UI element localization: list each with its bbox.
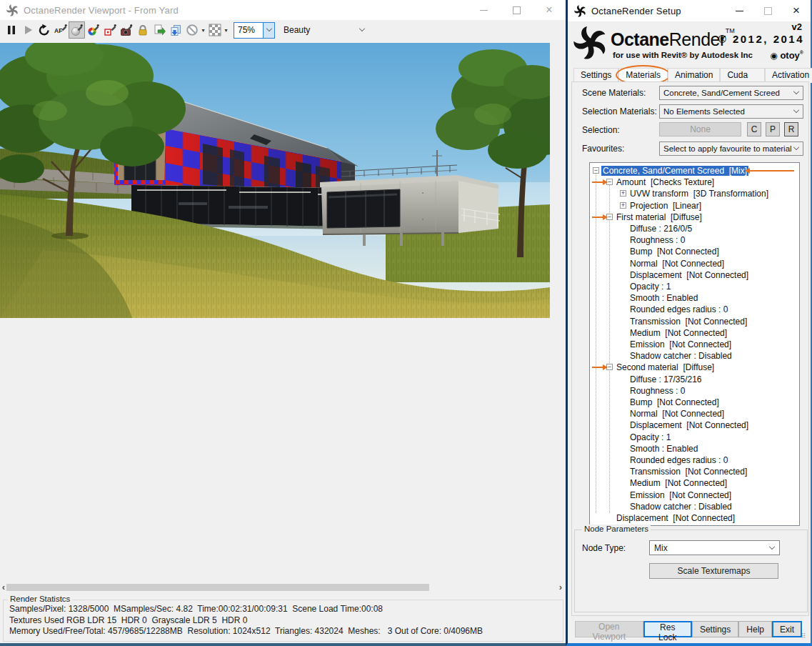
resize-grip-icon[interactable]: ⠿ <box>801 635 808 642</box>
tree-item[interactable]: Displacement [Not Connected] <box>590 269 799 281</box>
minimize-icon[interactable] <box>467 0 500 20</box>
close-icon[interactable]: × <box>782 1 811 21</box>
close-icon[interactable]: × <box>533 0 566 20</box>
desktop: OctaneRender Viewport - From Yard × AF <box>0 0 812 646</box>
tree-item[interactable]: Normal [Not Connected] <box>590 258 799 269</box>
tree-item[interactable]: Diffuse : 17/35/216 <box>590 374 799 385</box>
zoom-select[interactable]: 75% <box>234 22 275 39</box>
render-preview[interactable] <box>0 43 550 318</box>
tree-item[interactable]: Emission [Not Connected] <box>590 490 799 501</box>
tree-item-label: Emission [Not Connected] <box>628 490 733 500</box>
tree-item[interactable]: Emission [Not Connected] <box>590 339 799 350</box>
viewport-titlebar: OctaneRender Viewport - From Yard × <box>0 0 566 20</box>
tree-item[interactable]: Rounded edges radius : 0 <box>590 304 799 315</box>
render-pass-select[interactable]: Beauty <box>281 23 365 38</box>
chevron-down-icon <box>793 107 799 113</box>
render-pass-value: Beauty <box>281 25 359 35</box>
material-node-tree[interactable]: −Concrete, Sand/Cement Screed [Mix]−Amou… <box>589 162 800 526</box>
tree-item[interactable]: Medium [Not Connected] <box>590 477 799 489</box>
tree-item-label: Projection [Linear] <box>628 201 703 211</box>
focus-picker-icon[interactable]: AF <box>52 21 69 39</box>
scale-texturemaps-button[interactable]: Scale Texturemaps <box>649 563 778 579</box>
tree-item[interactable]: Roughness : 0 <box>590 234 799 246</box>
scene-materials-label: Scene Materials: <box>582 88 646 98</box>
tree-item[interactable]: +Projection [Linear] <box>590 200 799 212</box>
tree-item[interactable]: Displacement [Not Connected] <box>590 419 799 431</box>
selection-materials-select[interactable]: No Elements Selected <box>659 104 803 119</box>
pause-icon[interactable] <box>3 21 19 39</box>
scroll-right-icon[interactable]: › <box>557 584 564 591</box>
expand-icon[interactable]: + <box>620 190 626 197</box>
zoom-value[interactable]: 75% <box>234 25 263 35</box>
tree-item[interactable]: Transmission [Not Connected] <box>590 466 799 477</box>
tab-animation[interactable]: Animation <box>668 68 720 83</box>
annotation-arrow-icon <box>592 182 603 183</box>
tree-item[interactable]: Medium [Not Connected] <box>590 327 799 339</box>
color-picker-icon[interactable] <box>85 21 101 39</box>
favourites-label: Favourites: <box>582 144 624 154</box>
tree-item[interactable]: Smooth : Enabled <box>590 443 799 454</box>
tree-item[interactable]: Roughness : 0 <box>590 385 799 397</box>
maximize-icon[interactable] <box>753 1 782 21</box>
background-checker-icon[interactable] <box>206 21 223 39</box>
open-viewport-button[interactable]: Open Viewport <box>575 621 643 637</box>
zoom-dropdown-icon[interactable] <box>263 23 274 38</box>
tree-item[interactable]: −Amount [Checks Texture] <box>590 177 799 188</box>
copy-image-icon[interactable] <box>167 21 184 39</box>
node-type-select[interactable]: Mix <box>649 540 780 555</box>
tree-item-label: Shadow catcher : Disabled <box>628 502 733 512</box>
camera-picker-icon[interactable] <box>118 21 134 39</box>
tree-item[interactable]: Rounded edges radius : 0 <box>590 454 799 466</box>
settings-button[interactable]: Settings <box>692 621 738 637</box>
lock-icon[interactable] <box>134 21 151 39</box>
clay-mode-icon[interactable] <box>184 21 200 39</box>
tree-item[interactable]: −Second material [Diffuse] <box>590 362 799 373</box>
expand-icon[interactable]: + <box>620 202 626 209</box>
tree-item[interactable]: Opacity : 1 <box>590 432 799 443</box>
setup-window-title: OctaneRender Setup <box>591 6 681 16</box>
help-button[interactable]: Help <box>738 621 772 637</box>
maximize-icon[interactable] <box>500 0 533 20</box>
tree-item-label: Medium [Not Connected] <box>628 328 728 338</box>
scene-materials-select[interactable]: Concrete, Sand/Cement Screed <box>659 86 803 100</box>
selection-p-button[interactable]: P <box>766 122 780 136</box>
restart-icon[interactable] <box>36 21 52 39</box>
tree-item[interactable]: Smooth : Enabled <box>590 292 799 304</box>
tree-item[interactable]: Displacement [Not Connected] <box>590 512 799 524</box>
exit-button[interactable]: Exit <box>772 621 802 637</box>
stats-line-samples: Samples/Pixel: 1328/5000 MSamples/Sec: 4… <box>4 604 563 615</box>
tree-item[interactable]: Opacity : 1 <box>590 281 799 292</box>
tab-cuda-devices[interactable]: Cuda Devices <box>720 68 765 83</box>
tree-item[interactable]: Transmission [Not Connected] <box>590 316 799 327</box>
tree-item-label: Displacement [Not Connected] <box>628 270 750 280</box>
scrollbar-thumb[interactable] <box>6 584 429 591</box>
material-picker-icon[interactable] <box>69 21 85 39</box>
tree-item[interactable]: Shadow catcher : Disabled <box>590 350 799 362</box>
tab-settings[interactable]: Settings <box>573 68 618 83</box>
selection-c-button[interactable]: C <box>747 122 761 136</box>
object-picker-icon[interactable] <box>101 21 118 39</box>
res-lock-button[interactable]: Res Lock <box>643 621 692 637</box>
tree-item[interactable]: Shadow catcher : Disabled <box>590 501 799 512</box>
minimize-icon[interactable] <box>725 1 753 21</box>
brand-subtitle: for use with Revit® by Autodesk Inc <box>613 51 753 59</box>
tree-item[interactable]: Bump [Not Connected] <box>590 246 799 257</box>
tree-item[interactable]: +UVW transform [3D Transformation] <box>590 188 799 199</box>
clay-mode-dropdown-icon[interactable]: ▾ <box>200 27 206 34</box>
selection-r-button[interactable]: R <box>784 122 798 136</box>
tab-activation[interactable]: Activation <box>765 68 812 83</box>
tree-item[interactable]: Bump [Not Connected] <box>590 397 799 408</box>
tree-item[interactable]: Normal [Not Connected] <box>590 408 799 419</box>
tree-item-label: Bump [Not Connected] <box>628 397 721 407</box>
background-dropdown-icon[interactable]: ▾ <box>223 27 229 34</box>
play-icon[interactable] <box>19 21 36 39</box>
save-image-icon[interactable] <box>151 21 167 39</box>
tree-item[interactable]: −First material [Diffuse] <box>590 212 799 223</box>
collapse-icon[interactable]: − <box>593 167 599 174</box>
annotation-arrow-icon <box>592 367 603 368</box>
tab-materials[interactable]: Materials <box>618 68 668 83</box>
tree-item[interactable]: Diffuse : 216/0/5 <box>590 223 799 234</box>
selection-none-button[interactable]: None <box>659 122 741 136</box>
favourites-select[interactable]: Select to apply favourite to material <box>659 141 803 156</box>
horizontal-scrollbar[interactable]: ‹ › <box>0 582 566 592</box>
